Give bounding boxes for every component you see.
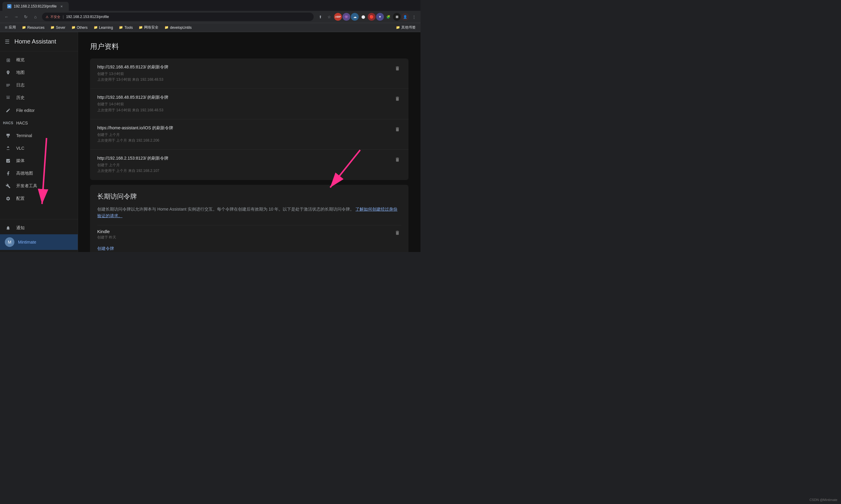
- long-token-title: 长期访问令牌: [97, 192, 401, 201]
- bookmark-network-security[interactable]: 📁 网络安全: [136, 24, 161, 31]
- folder-icon-6: 📁: [139, 25, 143, 30]
- bookmark-apps[interactable]: ⊞ 应用: [2, 24, 18, 31]
- share-button[interactable]: ⬆: [316, 13, 325, 21]
- bookmark-button[interactable]: ☆: [325, 13, 333, 21]
- token-name-1: http://192.168.48.85:8123/ 的刷新令牌: [97, 95, 169, 100]
- security-warning-icon: ⚠: [46, 15, 49, 19]
- sidebar-item-vlc[interactable]: VLC: [0, 142, 78, 155]
- bookmark-resources[interactable]: 📁 Resources: [19, 25, 47, 30]
- long-token-desc-text: 创建长期访问令牌以允许脚本与 Home Assistant 实例进行交互。每个令…: [97, 207, 354, 212]
- delete-token-button-2[interactable]: [393, 125, 401, 133]
- sidebar-item-devtools[interactable]: 开发者工具: [0, 180, 78, 192]
- token-item-3: http://192.168.2.153:8123/ 的刷新令牌 创建于 上个月…: [90, 150, 408, 180]
- delete-token-button-3[interactable]: [393, 156, 401, 163]
- delete-token-button-1[interactable]: [393, 95, 401, 103]
- address-bar[interactable]: ⚠ 不安全 | 192.168.2.153:8123/profile: [42, 13, 314, 21]
- active-tab[interactable]: H 192.168.2.153:8123/profile ✕: [2, 2, 69, 11]
- ext-icon-6[interactable]: 🧩: [385, 13, 392, 21]
- delete-long-token-button-0[interactable]: [393, 229, 401, 237]
- sidebar-item-terminal[interactable]: Terminal: [0, 129, 78, 142]
- sidebar-item-file-editor[interactable]: File editor: [0, 104, 78, 117]
- token-created-3: 创建于 上个月: [97, 162, 169, 168]
- nav-bar: ← → ↻ ⌂ ⚠ 不安全 | 192.168.2.153:8123/profi…: [0, 11, 421, 23]
- sidebar-item-logs-label: 日志: [16, 83, 24, 88]
- apps-grid-icon: ⊞: [5, 25, 7, 30]
- ext-icon-1[interactable]: 👾: [343, 13, 350, 21]
- other-bookmarks-label: 其他书签: [401, 25, 416, 30]
- sidebar-app-title: Home Assistant: [14, 38, 56, 45]
- user-profile-item[interactable]: M Mintimate: [0, 234, 78, 250]
- sidebar-item-history[interactable]: 历史: [0, 91, 78, 104]
- extension-icons: ABP 👾 ☁ ⬤ 🔴 ▼ 🧩 ⊞ 👤: [334, 13, 409, 21]
- folder-icon-1: 📁: [22, 25, 26, 30]
- token-last-used-2: 上次使用于 上个月 来自 192.168.2.206: [97, 138, 173, 143]
- ext-icon-4[interactable]: 🔴: [368, 13, 375, 21]
- reload-button[interactable]: ↻: [22, 13, 30, 21]
- sidebar-item-history-label: 历史: [16, 95, 24, 101]
- tab-close-button[interactable]: ✕: [59, 4, 64, 9]
- token-info-1: http://192.168.48.85:8123/ 的刷新令牌 创建于 14小…: [97, 95, 169, 113]
- token-info-3: http://192.168.2.153:8123/ 的刷新令牌 创建于 上个月…: [97, 156, 169, 174]
- security-label: 不安全: [50, 15, 60, 19]
- ext-icon-3[interactable]: ⬤: [359, 13, 367, 21]
- sidebar-item-hacs[interactable]: HACS HACS: [0, 117, 78, 129]
- bookmark-develop-label: developUntils: [170, 25, 192, 30]
- sidebar-item-map[interactable]: 地图: [0, 66, 78, 79]
- sidebar-item-hacs-label: HACS: [16, 121, 28, 125]
- bookmark-sever[interactable]: 📁 Sever: [48, 25, 68, 30]
- bookmark-others[interactable]: 📁 Others: [69, 25, 90, 30]
- bookmark-apps-label: 应用: [9, 25, 16, 30]
- sidebar-item-overview-label: 概览: [16, 57, 24, 63]
- token-item-0: http://192.168.48.85:8123/ 的刷新令牌 创建于 13小…: [90, 58, 408, 89]
- hamburger-menu-icon[interactable]: ☰: [5, 38, 10, 45]
- tab-favicon: H: [7, 4, 12, 8]
- sidebar-item-media[interactable]: 媒体: [0, 155, 78, 167]
- token-item-2: https://home-assistant.io/iOS 的刷新令牌 创建于 …: [90, 120, 408, 150]
- bookmark-develop[interactable]: 📁 developUntils: [162, 25, 194, 30]
- address-text: 192.168.2.153:8123/profile: [66, 15, 109, 19]
- sidebar-item-gaode[interactable]: 高德地图: [0, 167, 78, 180]
- history-icon: [5, 94, 12, 101]
- avatar-initial: M: [8, 240, 12, 245]
- sidebar-item-overview[interactable]: ⊞ 概览: [0, 54, 78, 66]
- logs-icon: [5, 82, 12, 89]
- user-name-label: Mintimate: [18, 240, 36, 245]
- long-token-name-0: Kindle: [97, 229, 116, 234]
- ext-icon-5[interactable]: ▼: [376, 13, 384, 21]
- abp-extension-icon[interactable]: ABP: [334, 13, 342, 21]
- menu-button[interactable]: ⋮: [410, 13, 418, 21]
- bookmark-learning[interactable]: 📁 Learning: [91, 25, 116, 30]
- bookmark-tools[interactable]: 📁 Tools: [117, 25, 135, 30]
- sidebar-item-file-editor-label: File editor: [16, 108, 35, 113]
- bookmark-learning-label: Learning: [99, 25, 113, 30]
- create-token-button[interactable]: 创建令牌: [97, 244, 114, 252]
- sidebar-item-notifications[interactable]: 通知: [0, 222, 78, 234]
- sidebar-bottom: 通知 M Mintimate: [0, 219, 78, 252]
- sidebar-item-media-label: 媒体: [16, 158, 24, 163]
- tab-title: 192.168.2.153:8123/profile: [14, 4, 57, 8]
- app-layout: ☰ Home Assistant ⊞ 概览 地图 日志: [0, 32, 421, 252]
- sidebar: ☰ Home Assistant ⊞ 概览 地图 日志: [0, 32, 78, 252]
- sidebar-item-config[interactable]: 配置: [0, 192, 78, 205]
- devtools-icon: [5, 183, 12, 189]
- sidebar-item-logs[interactable]: 日志: [0, 79, 78, 91]
- delete-token-button-0[interactable]: [393, 65, 401, 72]
- long-token-description: 创建长期访问令牌以允许脚本与 Home Assistant 实例进行交互。每个令…: [97, 206, 401, 219]
- sidebar-header: ☰ Home Assistant: [0, 32, 78, 51]
- hacs-icon: HACS: [5, 120, 12, 126]
- vlc-icon: [5, 145, 12, 151]
- ext-icon-2[interactable]: ☁: [351, 13, 359, 21]
- home-button[interactable]: ⌂: [31, 13, 40, 21]
- sidebar-item-terminal-label: Terminal: [16, 133, 32, 138]
- other-bookmarks[interactable]: 📁 其他书签: [393, 24, 418, 31]
- forward-button[interactable]: →: [12, 13, 20, 21]
- sidebar-item-config-label: 配置: [16, 196, 24, 201]
- bookmark-network-label: 网络安全: [144, 25, 158, 30]
- nav-actions: ⬆ ☆ ABP 👾 ☁ ⬤ 🔴 ▼ 🧩 ⊞ 👤 ⋮: [316, 13, 418, 21]
- long-access-token-card: 长期访问令牌 创建长期访问令牌以允许脚本与 Home Assistant 实例进…: [90, 185, 408, 252]
- sidebar-item-gaode-label: 高德地图: [16, 171, 33, 176]
- ext-icon-8[interactable]: 👤: [401, 13, 409, 21]
- ext-icon-7[interactable]: ⊞: [393, 13, 401, 21]
- back-button[interactable]: ←: [2, 13, 11, 21]
- gaode-icon: [5, 170, 12, 177]
